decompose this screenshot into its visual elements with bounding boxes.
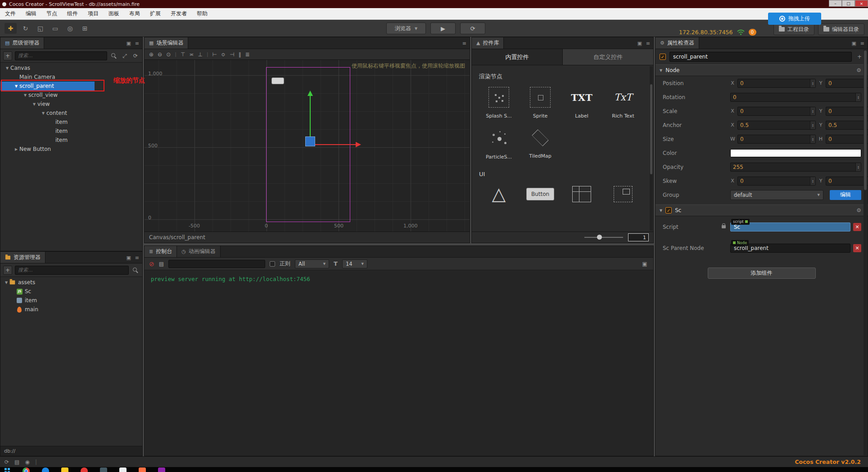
tab-scene[interactable]: ▦ 场景编辑器 xyxy=(145,37,188,49)
menu-file[interactable]: 文件 xyxy=(0,8,21,19)
slider-knob[interactable] xyxy=(597,235,602,240)
stepper[interactable] xyxy=(810,107,815,115)
expand-arrow-icon[interactable]: ▼ xyxy=(31,102,37,106)
tree-node-content[interactable]: ▼ content xyxy=(0,109,142,118)
float-panel-icon[interactable]: ▣ xyxy=(851,41,856,46)
close-button[interactable]: × xyxy=(855,0,868,7)
project-dir-button[interactable]: 工程目录 xyxy=(773,23,814,35)
remove-reference-button[interactable]: × xyxy=(853,244,861,252)
collapse-arrow-icon[interactable]: ▼ xyxy=(660,68,662,73)
float-panel-icon[interactable]: ▣ xyxy=(126,41,131,46)
scrollbar-thumb[interactable] xyxy=(650,84,652,174)
menu-component[interactable]: 组件 xyxy=(62,8,83,19)
regex-checkbox[interactable] xyxy=(270,261,275,267)
widget-widget[interactable] xyxy=(602,184,644,204)
clear-console-icon[interactable]: ⊘ xyxy=(149,260,154,268)
hierarchy-search-input[interactable] xyxy=(15,51,107,60)
play-button[interactable]: ▶ xyxy=(430,23,456,34)
align-top-icon[interactable]: ⊤ xyxy=(181,51,185,58)
taskbar-app-icon[interactable] xyxy=(119,467,127,472)
pivot-tool-icon[interactable]: ◎ xyxy=(64,23,76,34)
taskbar-app-icon[interactable] xyxy=(139,467,146,472)
menu-node[interactable]: 节点 xyxy=(41,8,62,19)
stepper[interactable] xyxy=(855,93,861,101)
align-right-icon[interactable]: ⊣ xyxy=(230,51,234,58)
tree-node-item[interactable]: item xyxy=(0,118,142,127)
scrollbar-thumb[interactable] xyxy=(864,50,867,190)
asset-scene-main[interactable]: main xyxy=(0,305,142,314)
search-icon[interactable] xyxy=(131,267,140,273)
export-log-icon[interactable]: ▤ xyxy=(159,261,164,267)
notification-badge[interactable]: 0 xyxy=(749,29,756,36)
expand-arrow-icon[interactable]: ▼ xyxy=(4,66,10,70)
widget-mask[interactable]: △ xyxy=(478,184,520,204)
color-swatch[interactable] xyxy=(730,149,861,157)
taskbar-folder-icon[interactable] xyxy=(61,467,68,472)
size-h-input[interactable] xyxy=(826,136,868,142)
browser-select[interactable]: 浏览器 ▼ xyxy=(386,23,426,34)
zoom-value-input[interactable] xyxy=(628,233,649,241)
tab-hierarchy[interactable]: ▤ 层级管理器 xyxy=(0,37,44,49)
widget-particle-system[interactable]: ParticleS... xyxy=(478,128,520,160)
maximize-button[interactable]: □ xyxy=(842,0,855,7)
minimize-button[interactable]: – xyxy=(829,0,842,7)
node-active-checkbox[interactable]: ✓ xyxy=(660,54,666,60)
edit-group-button[interactable]: 编辑 xyxy=(830,190,861,200)
scene-canvas[interactable]: 1,000 500 0 -500 0 500 1,000 使用鼠标右键平移视窗焦… xyxy=(145,60,470,231)
widget-rich-text[interactable]: TxT Rich Text xyxy=(602,87,644,119)
zoom-out-icon[interactable]: ⊖ xyxy=(158,51,162,58)
expand-arrow-icon[interactable]: ▼ xyxy=(22,93,28,97)
expand-arrow-icon[interactable]: ▶ xyxy=(13,147,19,151)
anchor-y-input[interactable] xyxy=(826,122,868,128)
tree-node-item[interactable]: item xyxy=(0,127,142,136)
tab-console[interactable]: ≣ 控制台 xyxy=(145,246,177,257)
tree-node-item[interactable]: item xyxy=(0,136,142,145)
remove-reference-button[interactable]: × xyxy=(853,223,861,231)
tree-node-new-button[interactable]: ▶ New Button xyxy=(0,145,142,154)
anchor-x-input[interactable] xyxy=(738,122,810,128)
expand-arrow-icon[interactable]: ▼ xyxy=(40,111,46,115)
scale-x-input[interactable] xyxy=(738,108,810,114)
stepper[interactable] xyxy=(855,163,861,171)
gizmo-anchor-handle[interactable] xyxy=(305,136,315,146)
taskbar-browser-icon[interactable] xyxy=(23,467,30,472)
stepper[interactable] xyxy=(810,121,815,129)
gizmo-y-arrow-icon[interactable] xyxy=(307,91,313,96)
gear-icon[interactable]: ⚙ xyxy=(856,207,861,213)
widget-splash-sprite[interactable]: Splash S... xyxy=(478,87,520,119)
align-hcenter-icon[interactable]: ≎ xyxy=(221,51,226,58)
asset-script-sc[interactable]: JS Sc xyxy=(0,287,142,296)
panel-menu-icon[interactable]: ≡ xyxy=(860,41,864,46)
stepper[interactable] xyxy=(810,79,815,87)
add-icon[interactable]: + xyxy=(855,54,863,60)
collapse-arrow-icon[interactable]: ▼ xyxy=(660,209,662,213)
zoom-reset-icon[interactable]: ⊙ xyxy=(166,51,171,58)
panel-menu-icon[interactable]: ≡ xyxy=(646,41,650,46)
menu-developer[interactable]: 开发者 xyxy=(166,8,192,19)
expand-all-icon[interactable]: ⤢ xyxy=(121,53,129,59)
tab-custom-widgets[interactable]: 自定义控件 xyxy=(562,49,653,65)
taskbar-app-icon[interactable] xyxy=(42,467,49,472)
tree-node-scroll-view[interactable]: ▼ scroll_view xyxy=(0,91,142,100)
menu-edit[interactable]: 编辑 xyxy=(21,8,41,19)
skew-x-input[interactable] xyxy=(738,178,810,184)
create-asset-button[interactable]: + xyxy=(3,266,12,275)
widget-label-node[interactable]: TXT Label xyxy=(561,87,602,119)
button-node-preview[interactable] xyxy=(271,77,284,84)
menu-extension[interactable]: 扩展 xyxy=(145,8,166,19)
taskbar-app-icon[interactable] xyxy=(81,467,88,472)
tree-node-view[interactable]: ▼ view xyxy=(0,100,142,109)
font-size-select[interactable]: 14 xyxy=(342,259,367,268)
group-select[interactable]: default xyxy=(730,190,823,200)
opacity-input[interactable] xyxy=(731,164,855,170)
node-section-header[interactable]: ▼ Node ⚙ xyxy=(656,64,868,76)
float-panel-icon[interactable]: ▣ xyxy=(126,255,131,261)
gear-icon[interactable]: ⚙ xyxy=(856,67,861,73)
tab-widget-library[interactable]: ▲ 控件库 xyxy=(472,37,504,49)
align-bottom-icon[interactable]: ⊥ xyxy=(198,51,202,58)
inspector-scrollbar[interactable] xyxy=(863,50,867,455)
widget-tiledmap[interactable]: TiledMap xyxy=(520,128,561,160)
scale-tool-icon[interactable]: ◱ xyxy=(34,23,46,34)
size-w-input[interactable] xyxy=(738,136,810,142)
position-x-input[interactable] xyxy=(738,80,810,86)
